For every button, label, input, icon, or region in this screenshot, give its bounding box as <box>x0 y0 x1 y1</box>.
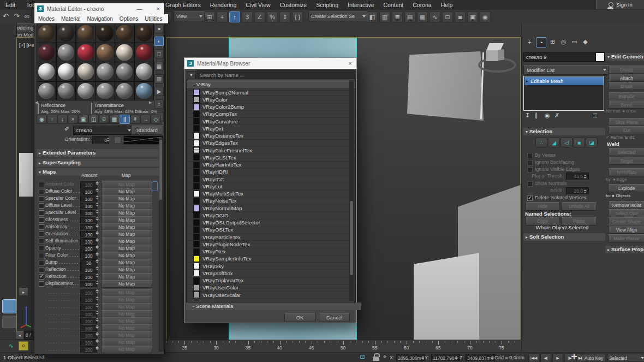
map-amount-spinner[interactable] <box>95 245 99 249</box>
z-coordinate-field[interactable]: 3409,837m <box>466 354 495 362</box>
map-item-vrayosltex[interactable]: VRayOSLTex <box>187 227 355 234</box>
map-slot-button[interactable]: No Map <box>101 209 152 217</box>
map-slot-button[interactable]: No Map <box>101 317 152 325</box>
map-item-vrayfakefresneltex[interactable]: VRayFakeFresnelTex <box>187 147 355 154</box>
attach-button[interactable]: Attach <box>608 74 644 82</box>
search-input[interactable]: Search by Name ... <box>196 70 356 79</box>
map-slot-button[interactable]: No Map <box>101 339 152 346</box>
map-amount-spinner[interactable] <box>95 332 99 336</box>
map-item-vrayocio[interactable]: VRayOCIO <box>187 212 355 219</box>
map-item-vraynormalmap[interactable]: VRayNormalMap <box>187 205 355 212</box>
selected-button[interactable]: Selected <box>608 148 644 156</box>
align-icon[interactable]: ▥ <box>379 11 390 22</box>
menu-civil-view[interactable]: Civil View <box>246 2 270 8</box>
bevel-button[interactable]: Bevel <box>608 100 644 109</box>
menu-toc[interactable]: Toc <box>26 2 34 8</box>
displacement-map-checkbox[interactable] <box>39 281 44 287</box>
sign-in-button[interactable]: Sign In <box>596 0 644 9</box>
menu-help[interactable]: Help <box>441 2 453 8</box>
view-align-button[interactable]: View Align <box>608 225 644 234</box>
map-item-vraysoftbox[interactable]: VRaySoftbox <box>187 270 355 277</box>
map-slot-button[interactable]: No Map <box>101 273 152 281</box>
map-slot-button[interactable]: No Map <box>101 223 152 231</box>
viewport-layout-tab[interactable] <box>2 316 17 328</box>
map-item-vrayosloutputselector[interactable]: VRayOSLOutputSelector <box>187 219 355 227</box>
selection-lock-icon[interactable] <box>372 353 380 361</box>
opacity-map-checkbox[interactable] <box>39 246 44 251</box>
ambient-color-map-checkbox[interactable] <box>39 182 44 187</box>
map-item-vraydistancetex[interactable]: VRayDistanceTex <box>187 133 355 140</box>
map-slot-button[interactable]: No Map <box>101 252 152 259</box>
map-item-vraysamplerinfotex[interactable]: VRaySamplerInfoTex <box>187 256 355 263</box>
map-amount-spinner[interactable] <box>95 318 99 322</box>
map-item-vraybump2normal[interactable]: VRayBump2Normal <box>187 89 355 96</box>
map-amount-spinner[interactable] <box>95 346 99 350</box>
map-amount-spinner[interactable] <box>95 325 99 329</box>
map-amount-spinner[interactable] <box>95 224 99 228</box>
map-item-vrayusercolor[interactable]: VRayUserColor <box>187 284 355 292</box>
viewport-label[interactable]: [+] [Pe <box>19 42 34 48</box>
map-slot-button[interactable]: No Map <box>101 181 152 188</box>
map-item-vraydirt[interactable]: VRayDirt <box>187 125 355 132</box>
group-header-vray[interactable]: - V-Ray <box>187 80 355 89</box>
snaps-toggle-icon[interactable]: 3 <box>242 11 253 22</box>
map-slot-button[interactable]: No Map <box>101 266 152 274</box>
selection-set-field[interactable]: Selected <box>607 354 644 362</box>
edit-named-selections-icon[interactable]: { } <box>292 11 303 22</box>
absolute-mode-icon[interactable]: ⌖ <box>383 353 386 360</box>
percent-snap-icon[interactable]: % <box>267 11 278 22</box>
by-edge-option[interactable]: by: ● Edge <box>606 177 644 182</box>
layer-manager-icon[interactable]: ≣ <box>392 11 403 22</box>
snap-pivot-icon[interactable]: ⊞ <box>204 11 215 22</box>
go-to-start-icon[interactable]: |◀◀ <box>528 353 539 362</box>
isolate-selection-icon[interactable]: ⊡ <box>357 353 367 361</box>
map-amount-spinner[interactable] <box>95 311 99 314</box>
map-item-vraycomptex[interactable]: VRayCompTex <box>187 111 355 118</box>
mini-expand-button[interactable]: ▸ <box>19 288 28 296</box>
specular-color-map-checkbox[interactable] <box>39 196 44 201</box>
time-slider-thumb[interactable]: 0 <box>19 341 28 351</box>
undo-icon[interactable]: ↶ <box>3 11 9 21</box>
map-slot-button[interactable]: No Map <box>101 259 152 266</box>
map-amount-spinner[interactable] <box>95 195 99 199</box>
rendered-frame-icon[interactable]: ▣ <box>467 11 478 22</box>
viewcube-front-face[interactable] <box>486 50 498 61</box>
close-icon[interactable]: × <box>349 60 352 67</box>
map-item-vrayptex[interactable]: VRayPtex <box>187 248 355 256</box>
map-amount-spinner[interactable] <box>95 238 99 242</box>
select-and-move-icon[interactable]: + <box>217 11 228 22</box>
self-illumination-map-checkbox[interactable] <box>39 239 44 244</box>
map-amount-spinner[interactable] <box>95 296 99 300</box>
map-item-vrayparticletex[interactable]: VRayParticleTex <box>187 234 355 241</box>
surface-properties-rollout-header[interactable]: ▸Surface Properti <box>605 246 644 253</box>
map-amount-spinner[interactable] <box>95 210 99 213</box>
diffuse-color-map-checkbox[interactable] <box>39 189 44 194</box>
create-button[interactable]: Create <box>608 66 644 74</box>
map-amount-spinner[interactable] <box>95 304 99 307</box>
map-item-vraylut[interactable]: VRayLut <box>187 183 355 190</box>
map-slot-button[interactable]: No Map <box>101 238 152 245</box>
map-item-vraynoisetex[interactable]: VRayNoiseTex <box>187 198 355 205</box>
mirror-icon[interactable]: ◧ <box>367 11 378 22</box>
map-amount-spinner[interactable] <box>95 217 99 221</box>
map-item-vraycurvature[interactable]: VRayCurvature <box>187 118 355 125</box>
map-slot-button[interactable]: No Map <box>101 245 152 252</box>
select-object-icon[interactable]: ↑ <box>229 11 240 22</box>
material-editor-scrollbar-thumb[interactable] <box>159 140 162 200</box>
view-dropdown[interactable]: View <box>174 11 205 21</box>
cut-button[interactable]: Cut <box>608 126 644 134</box>
scene-materials-group-header[interactable]: - Scene Materials <box>186 302 361 310</box>
menu-scripting[interactable]: Scripting <box>316 2 338 8</box>
map-slot-button[interactable]: No Map <box>101 289 152 296</box>
map-item-vraycolor2bump[interactable]: VRayColor2Bump <box>187 104 355 111</box>
create-shape-button[interactable]: Create Shape <box>608 217 644 225</box>
map-slot-button[interactable]: No Map <box>101 216 152 224</box>
map-slot-button[interactable]: No Map <box>101 296 152 304</box>
scene-wall-upper[interactable] <box>407 51 484 121</box>
map-amount-spinner[interactable] <box>95 231 99 235</box>
selection-set-dropdown[interactable]: Create Selection Se <box>308 11 368 21</box>
menu-interactive[interactable]: Interactive <box>348 2 374 8</box>
map-slot-button[interactable]: No Map <box>101 195 152 203</box>
browser-options-icon[interactable]: ▼ <box>187 71 196 79</box>
map-item-vraycolor[interactable]: VRayColor <box>187 96 355 103</box>
